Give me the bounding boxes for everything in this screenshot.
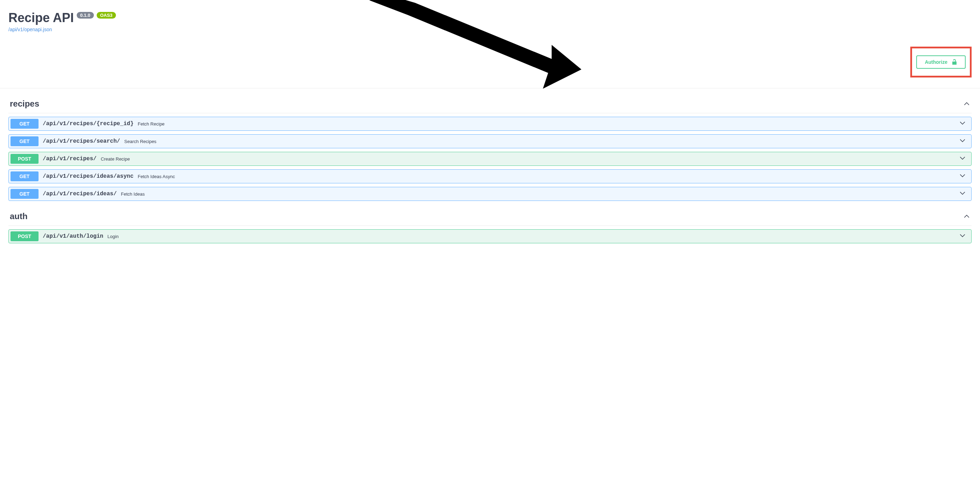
operation-path: /api/v1/recipes/	[43, 156, 97, 162]
method-badge: GET	[11, 136, 38, 146]
tag-header-auth[interactable]: auth	[8, 208, 972, 226]
tag-section-recipes: recipes GET /api/v1/recipes/{recipe_id} …	[8, 95, 972, 201]
operation-path: /api/v1/recipes/ideas/	[43, 191, 117, 197]
tag-title: recipes	[10, 99, 39, 108]
operation-fetch-ideas-async[interactable]: GET /api/v1/recipes/ideas/async Fetch Id…	[8, 169, 972, 183]
method-badge: GET	[11, 189, 38, 199]
chevron-down-icon	[959, 233, 966, 239]
operation-summary: Search Recipes	[124, 139, 157, 144]
chevron-up-icon	[963, 213, 970, 220]
operation-login[interactable]: POST /api/v1/auth/login Login	[8, 229, 972, 243]
tag-title: auth	[10, 211, 28, 221]
operation-create-recipe[interactable]: POST /api/v1/recipes/ Create Recipe	[8, 152, 972, 166]
chevron-down-icon	[959, 138, 966, 144]
oas-badge: OAS3	[97, 12, 116, 19]
chevron-up-icon	[963, 100, 970, 107]
authorize-section: Authorize	[0, 36, 980, 88]
method-badge: GET	[11, 119, 38, 129]
operations-list-auth: POST /api/v1/auth/login Login	[8, 229, 972, 243]
authorize-highlight-box: Authorize	[910, 46, 972, 78]
chevron-down-icon	[959, 121, 966, 127]
operation-summary: Fetch Ideas	[121, 191, 145, 197]
operation-summary: Create Recipe	[101, 156, 130, 162]
api-header: Recipe API 0.1.0 OAS3 /api/v1/openapi.js…	[0, 0, 980, 36]
operation-summary: Login	[108, 234, 119, 239]
operation-fetch-ideas[interactable]: GET /api/v1/recipes/ideas/ Fetch Ideas	[8, 187, 972, 201]
operation-search-recipes[interactable]: GET /api/v1/recipes/search/ Search Recip…	[8, 134, 972, 148]
unlock-icon	[951, 59, 957, 65]
version-badge: 0.1.0	[77, 12, 94, 19]
operation-path: /api/v1/recipes/ideas/async	[43, 173, 134, 180]
spec-link[interactable]: /api/v1/openapi.json	[8, 27, 52, 32]
operations-content: recipes GET /api/v1/recipes/{recipe_id} …	[0, 88, 980, 257]
operation-path: /api/v1/recipes/search/	[43, 138, 120, 144]
operation-path: /api/v1/auth/login	[43, 233, 103, 239]
tag-header-recipes[interactable]: recipes	[8, 95, 972, 113]
chevron-down-icon	[959, 173, 966, 180]
authorize-button-label: Authorize	[925, 59, 947, 65]
operation-summary: Fetch Recipe	[138, 121, 165, 126]
operation-path: /api/v1/recipes/{recipe_id}	[43, 121, 134, 127]
tag-section-auth: auth POST /api/v1/auth/login Login	[8, 208, 972, 243]
api-title: Recipe API	[8, 11, 74, 25]
method-badge: GET	[11, 171, 38, 181]
chevron-down-icon	[959, 156, 966, 162]
operations-list-recipes: GET /api/v1/recipes/{recipe_id} Fetch Re…	[8, 117, 972, 201]
authorize-button[interactable]: Authorize	[916, 56, 966, 69]
method-badge: POST	[11, 154, 38, 164]
title-row: Recipe API 0.1.0 OAS3	[8, 11, 972, 25]
method-badge: POST	[11, 231, 38, 241]
chevron-down-icon	[959, 191, 966, 197]
operation-fetch-recipe[interactable]: GET /api/v1/recipes/{recipe_id} Fetch Re…	[8, 117, 972, 131]
operation-summary: Fetch Ideas Async	[138, 174, 175, 179]
